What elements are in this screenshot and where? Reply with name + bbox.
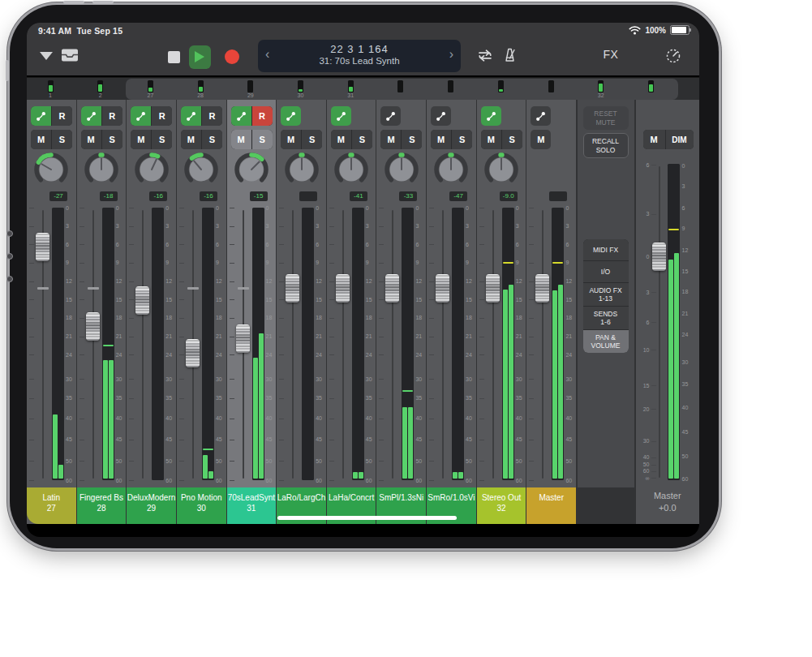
- mute-button[interactable]: M: [331, 130, 351, 149]
- automation-button[interactable]: [81, 106, 101, 126]
- record-enable-button[interactable]: R: [202, 106, 222, 126]
- mute-button[interactable]: M: [31, 130, 51, 149]
- record-enable-button[interactable]: R: [102, 106, 122, 126]
- fader-tick: [379, 419, 384, 419]
- stop-button[interactable]: [166, 49, 181, 64]
- recall-solo-button[interactable]: RECALL SOLO: [583, 133, 629, 158]
- solo-button[interactable]: S: [52, 130, 72, 149]
- fader-tick: [230, 354, 234, 355]
- reset-mute-button[interactable]: RESET MUTE: [583, 106, 629, 130]
- mute-button[interactable]: M: [181, 130, 201, 149]
- fader-tick: [329, 379, 334, 380]
- fx-button[interactable]: FX: [595, 48, 627, 61]
- volume-fader-handle[interactable]: [486, 274, 500, 303]
- section-button-audio-fx[interactable]: AUDIO FX1-13: [583, 283, 629, 306]
- chevron-left-icon[interactable]: ‹: [265, 47, 269, 62]
- record-enable-button[interactable]: R: [52, 106, 72, 126]
- automation-button[interactable]: [131, 106, 151, 126]
- pan-knob[interactable]: [234, 152, 269, 187]
- pan-knob[interactable]: [284, 152, 320, 187]
- record-button[interactable]: [224, 49, 240, 65]
- fader-tick: [230, 281, 234, 282]
- channel-name: SmRo/1.0sVi: [427, 492, 476, 503]
- channel-label[interactable]: Pno Motion30: [177, 487, 226, 524]
- solo-button[interactable]: S: [102, 130, 122, 149]
- solo-button[interactable]: S: [302, 130, 322, 149]
- channel-label[interactable]: DeluxModern29: [127, 487, 176, 524]
- section-button-sends[interactable]: SENDS1-6: [583, 307, 629, 329]
- channel-name: 70sLeadSynt: [227, 492, 277, 503]
- channel-label[interactable]: 70sLeadSynt31: [227, 487, 277, 524]
- pan-knob[interactable]: [333, 152, 369, 187]
- tracks-view-button[interactable]: [61, 47, 79, 63]
- volume-fader-handle[interactable]: [236, 324, 250, 353]
- solo-button[interactable]: S: [502, 130, 522, 149]
- mute-button[interactable]: M: [81, 130, 101, 149]
- channel-label[interactable]: Latin27: [27, 487, 76, 524]
- section-button-midi-fx[interactable]: MIDI FX: [583, 239, 629, 260]
- mute-button[interactable]: M: [131, 130, 151, 149]
- solo-button[interactable]: S: [152, 130, 172, 149]
- automation-button[interactable]: [431, 106, 451, 126]
- song-sections-button[interactable]: [38, 50, 54, 62]
- automation-button[interactable]: [281, 106, 301, 126]
- cycle-button[interactable]: [476, 48, 494, 62]
- volume-fader-handle[interactable]: [436, 274, 449, 303]
- solo-button[interactable]: S: [352, 130, 372, 149]
- pan-knob[interactable]: [384, 152, 419, 187]
- master-fader-handle[interactable]: [652, 243, 666, 271]
- volume-fader-handle[interactable]: [135, 286, 149, 315]
- channel-label[interactable]: Fingered Bs28: [77, 487, 127, 524]
- fader-tick: [29, 337, 34, 337]
- solo-button[interactable]: S: [452, 130, 472, 149]
- mute-button[interactable]: M: [231, 130, 251, 149]
- pan-knob[interactable]: [33, 152, 69, 187]
- volume-fader-handle[interactable]: [186, 339, 200, 367]
- solo-button[interactable]: S: [252, 130, 273, 149]
- record-enable-button[interactable]: R: [252, 106, 273, 126]
- pan-knob[interactable]: [134, 152, 170, 187]
- volume-fader-handle[interactable]: [36, 233, 49, 261]
- pan-knob[interactable]: [433, 152, 469, 187]
- mute-button[interactable]: M: [481, 130, 501, 149]
- section-button-pan-[interactable]: PAN &VOLUME: [583, 330, 629, 353]
- master-gain-value: +0.0: [636, 503, 700, 513]
- pan-knob[interactable]: [483, 152, 519, 187]
- automation-button[interactable]: [181, 106, 201, 126]
- mute-button[interactable]: M: [281, 130, 301, 149]
- automation-button[interactable]: [481, 106, 501, 126]
- channel-label[interactable]: Stereo Out32: [477, 487, 526, 524]
- automation-button[interactable]: [331, 106, 351, 126]
- automation-button[interactable]: [31, 106, 51, 126]
- fader-tick: [79, 263, 84, 264]
- battery-percent: 100%: [645, 26, 666, 35]
- pan-knob[interactable]: [84, 152, 119, 187]
- automation-button[interactable]: [380, 106, 401, 126]
- automation-button[interactable]: [531, 106, 551, 126]
- volume-fader-handle[interactable]: [535, 274, 549, 303]
- record-enable-button[interactable]: R: [152, 106, 172, 126]
- solo-button[interactable]: S: [202, 130, 222, 149]
- volume-fader-handle[interactable]: [385, 274, 399, 303]
- volume-fader-handle[interactable]: [86, 312, 100, 341]
- chevron-right-icon[interactable]: ›: [449, 47, 453, 62]
- fader-tick: [29, 244, 34, 245]
- mute-button[interactable]: M: [380, 130, 401, 149]
- channel-label[interactable]: Master: [526, 487, 576, 524]
- volume-fader-handle[interactable]: [286, 274, 299, 303]
- volume-fader-handle[interactable]: [336, 274, 350, 303]
- master-dim-button[interactable]: DIM: [666, 130, 694, 149]
- settings-button[interactable]: [664, 47, 682, 65]
- fader-tick: [329, 461, 334, 462]
- mute-button[interactable]: M: [531, 130, 551, 149]
- pan-knob[interactable]: [183, 152, 219, 187]
- master-mute-button[interactable]: M: [643, 130, 665, 149]
- solo-button[interactable]: S: [402, 130, 422, 149]
- mute-button[interactable]: M: [431, 130, 451, 149]
- metronome-button[interactable]: [501, 47, 518, 63]
- play-button[interactable]: [187, 45, 212, 69]
- automation-button[interactable]: [231, 106, 251, 126]
- fader-tick: [230, 398, 234, 399]
- section-button-i-o[interactable]: I/O: [583, 261, 629, 282]
- lcd-display[interactable]: ‹ 22 3 1 164 31: 70s Lead Synth ›: [258, 40, 461, 72]
